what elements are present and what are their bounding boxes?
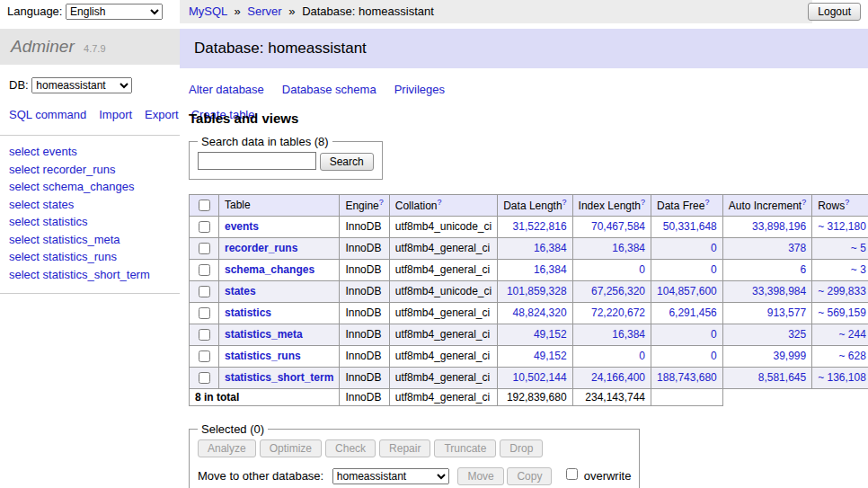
index-length-link[interactable]: 72,220,672 — [591, 306, 645, 319]
table-name-link[interactable]: statistics_meta — [225, 328, 303, 341]
data-length-link[interactable]: 10,502,144 — [513, 371, 567, 384]
table-name-link[interactable]: statistics_short_term — [225, 371, 333, 384]
sidebar-action-link[interactable]: SQL command — [9, 108, 86, 121]
data-free-link[interactable]: 0 — [711, 328, 717, 341]
row-select-checkbox[interactable] — [199, 264, 210, 276]
auto-increment-link[interactable]: 39,999 — [773, 350, 806, 362]
rows-link[interactable]: ~ 569,159 — [818, 306, 866, 319]
sidebar-table-link[interactable]: select statistics_short_term — [9, 268, 150, 281]
rows-link[interactable]: ~ 3 — [851, 263, 866, 276]
copy-button[interactable]: Copy — [507, 467, 552, 485]
row-select-checkbox[interactable] — [199, 286, 210, 297]
table-name-link[interactable]: states — [225, 285, 256, 297]
database-action-link[interactable]: Privileges — [394, 83, 445, 96]
logout-button[interactable]: Logout — [808, 3, 861, 21]
sidebar-action-link[interactable]: Import — [99, 108, 132, 121]
help-link[interactable]: ? — [641, 198, 645, 207]
auto-increment-link[interactable]: 378 — [788, 242, 806, 254]
sidebar-table-link[interactable]: select schema_changes — [9, 180, 134, 193]
row-select-checkbox[interactable] — [199, 243, 210, 254]
row-select-checkbox[interactable] — [199, 307, 210, 319]
rows-link[interactable]: ~ 136,108 — [818, 371, 866, 384]
language-select[interactable]: English — [66, 4, 163, 20]
rows-link[interactable]: ~ 244 — [839, 328, 866, 341]
sidebar-table-link[interactable]: select statistics_meta — [9, 233, 120, 246]
data-length-link[interactable]: 49,152 — [534, 350, 567, 362]
data-length-link[interactable]: 16,384 — [534, 263, 567, 276]
index-length-link[interactable]: 70,467,584 — [591, 220, 645, 233]
totals-data-length: 192,839,680 — [498, 388, 572, 405]
rows-link[interactable]: ~ 628 — [839, 350, 866, 362]
data-length-link[interactable]: 48,824,320 — [513, 306, 567, 319]
top-bar: Language: English MySQL » Server » Datab… — [0, 0, 868, 23]
move-button[interactable]: Move — [457, 467, 503, 485]
data-length-link[interactable]: 49,152 — [534, 328, 567, 341]
search-legend: Search data in tables (8) — [198, 135, 332, 148]
table-name-link[interactable]: schema_changes — [225, 263, 314, 276]
rows-link[interactable]: ~ 299,833 — [818, 285, 866, 297]
table-name-link[interactable]: events — [225, 220, 259, 233]
table-name-link[interactable]: statistics_runs — [225, 350, 301, 362]
auto-increment-link[interactable]: 33,398,984 — [752, 285, 806, 297]
table-name-link[interactable]: recorder_runs — [225, 242, 297, 254]
sidebar-table-link[interactable]: select statistics — [9, 215, 87, 228]
data-free-link[interactable]: 0 — [711, 350, 717, 362]
auto-increment-link[interactable]: 913,577 — [767, 306, 806, 319]
help-link[interactable]: ? — [562, 198, 567, 207]
data-length-link[interactable]: 16,384 — [534, 242, 567, 254]
db-select[interactable]: homeassistant — [31, 77, 132, 93]
sidebar-table-link[interactable]: select events — [9, 145, 77, 158]
database-action-link[interactable]: Database schema — [282, 83, 376, 96]
row-select-checkbox[interactable] — [199, 329, 210, 341]
sidebar-table-link[interactable]: select recorder_runs — [9, 163, 116, 176]
index-length-link[interactable]: 0 — [639, 263, 645, 276]
table-name-link[interactable]: statistics — [225, 306, 271, 319]
index-length-link[interactable]: 0 — [639, 350, 645, 362]
help-link[interactable]: ? — [704, 198, 709, 207]
help-link[interactable]: ? — [845, 198, 849, 207]
search-button[interactable]: Search — [320, 153, 374, 171]
help-link[interactable]: ? — [437, 198, 441, 207]
data-free-link[interactable]: 188,743,680 — [657, 371, 717, 384]
selected-action-button[interactable]: Truncate — [434, 439, 496, 457]
selected-action-button[interactable]: Analyze — [198, 439, 256, 457]
index-length-link[interactable]: 16,384 — [612, 242, 645, 254]
data-free-link[interactable]: 0 — [711, 242, 717, 254]
move-db-select[interactable]: homeassistant — [332, 468, 449, 484]
overwrite-checkbox[interactable] — [566, 468, 578, 480]
row-select-checkbox[interactable] — [199, 221, 210, 233]
breadcrumb: MySQL » Server » Database: homeassistant — [180, 0, 812, 23]
index-length-link[interactable]: 24,166,400 — [591, 371, 645, 384]
selected-action-button[interactable]: Optimize — [260, 439, 322, 457]
rows-link[interactable]: ~ 312,180 — [818, 220, 866, 233]
auto-increment-link[interactable]: 6 — [800, 263, 806, 276]
auto-increment-link[interactable]: 325 — [788, 328, 806, 341]
selected-action-button[interactable]: Repair — [379, 439, 430, 457]
index-length-link[interactable]: 67,256,320 — [591, 285, 645, 297]
index-length-link[interactable]: 16,384 — [612, 328, 645, 341]
help-link[interactable]: ? — [379, 198, 384, 207]
sidebar-table-link[interactable]: select states — [9, 198, 74, 211]
row-select-checkbox[interactable] — [199, 372, 210, 384]
data-length-link[interactable]: 31,522,816 — [513, 220, 567, 233]
rows-link[interactable]: ~ 5 — [851, 242, 866, 254]
help-link[interactable]: ? — [802, 198, 806, 207]
search-input[interactable] — [198, 152, 316, 170]
data-free-link[interactable]: 0 — [711, 263, 717, 276]
sidebar-action-link[interactable]: Export — [145, 108, 179, 121]
sidebar-table-link[interactable]: select statistics_runs — [9, 250, 117, 263]
selected-action-button[interactable]: Drop — [500, 439, 543, 457]
breadcrumb-separator: » — [288, 4, 295, 18]
data-free-link[interactable]: 6,291,456 — [669, 306, 716, 319]
data-free-link[interactable]: 50,331,648 — [663, 220, 717, 233]
auto-increment-link[interactable]: 8,581,645 — [758, 371, 806, 384]
selected-action-button[interactable]: Check — [325, 439, 376, 457]
breadcrumb-mysql-link[interactable]: MySQL — [189, 4, 227, 18]
auto-increment-link[interactable]: 33,898,196 — [752, 220, 806, 233]
data-length-link[interactable]: 101,859,328 — [507, 285, 567, 297]
select-all-checkbox[interactable] — [199, 200, 210, 211]
row-select-checkbox[interactable] — [199, 350, 210, 362]
breadcrumb-server-link[interactable]: Server — [247, 4, 281, 18]
database-action-link[interactable]: Alter database — [189, 83, 264, 96]
data-free-link[interactable]: 104,857,600 — [657, 285, 717, 297]
